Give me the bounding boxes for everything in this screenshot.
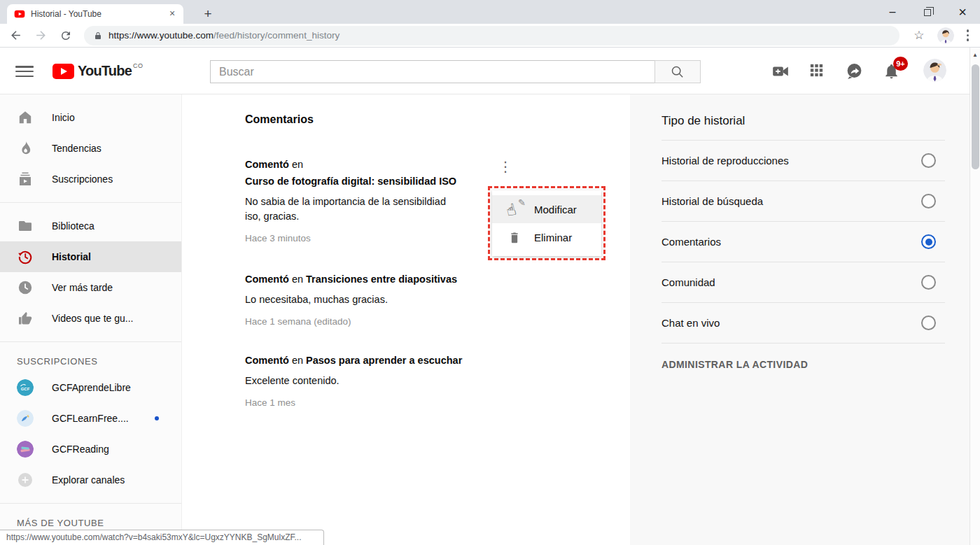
lock-icon — [94, 31, 102, 41]
comment-entry[interactable]: Comentó en Pasos para aprender a escucha… — [245, 352, 630, 410]
page-content: Inicio Tendencias Suscripciones Bibliote… — [0, 94, 980, 545]
annotation-red-dashed-box: ✎ ☝ Modificar Eliminar — [488, 186, 606, 260]
comment-timestamp: Hace 1 mes — [245, 396, 630, 410]
window-controls: – × — [875, 0, 980, 24]
sidebar-item-suscripciones[interactable]: Suscripciones — [0, 164, 181, 194]
page-scrollbar[interactable]: ▲ — [969, 48, 980, 545]
browser-tab[interactable]: Historial - YouTube × — [7, 4, 183, 24]
scroll-up-arrow-icon[interactable]: ▲ — [970, 48, 980, 58]
messages-icon[interactable] — [846, 62, 862, 79]
radio-unchecked[interactable] — [921, 316, 936, 330]
search-bar — [210, 60, 701, 83]
back-icon — [9, 29, 22, 42]
minimize-button[interactable]: – — [875, 0, 910, 24]
history-icon — [17, 248, 34, 265]
comment-text: No sabia de la importancia de la sensibi… — [245, 194, 463, 224]
sidebar-channel-gcfaprendelibre[interactable]: GCF GCFAprendeLibre — [0, 372, 181, 403]
comment-action: Comentó — [245, 159, 289, 170]
comment-entry[interactable]: Comentó en Transiciones entre diapositiv… — [245, 271, 630, 329]
youtube-favicon-icon — [14, 8, 25, 20]
sidebar-item-videos-que-te-gustaron[interactable]: Videos que te gu... — [0, 303, 181, 334]
sidebar: Inicio Tendencias Suscripciones Bibliote… — [0, 94, 182, 545]
account-avatar[interactable] — [923, 59, 946, 82]
subscriptions-icon — [17, 171, 34, 187]
channel-avatar — [17, 441, 34, 458]
radio-checked[interactable] — [921, 234, 936, 249]
browser-window: Historial - YouTube × + – × https://www.… — [0, 0, 980, 545]
guide-menu-icon[interactable] — [15, 66, 34, 77]
option-comentarios[interactable]: Comentarios — [662, 221, 945, 262]
menu-item-eliminar[interactable]: Eliminar — [492, 223, 601, 251]
comment-text: Excelente contenido. — [245, 374, 463, 388]
option-historial-de-reproducciones[interactable]: Historial de reproducciones — [662, 140, 945, 181]
radio-unchecked[interactable] — [921, 153, 936, 168]
url-path: /feed/history/comment_history — [214, 30, 340, 41]
sidebar-item-tendencias[interactable]: Tendencias — [0, 133, 181, 164]
back-button[interactable] — [6, 26, 25, 45]
masthead-actions: 9+ — [751, 59, 946, 82]
library-folder-icon — [17, 218, 34, 234]
refresh-button[interactable] — [56, 26, 76, 45]
tab-close-icon[interactable]: × — [167, 8, 178, 20]
url-origin: https://www.youtube.com — [108, 30, 214, 41]
comment-action: Comentó — [245, 274, 289, 285]
chrome-profile-avatar[interactable] — [937, 27, 954, 44]
sidebar-item-biblioteca[interactable]: Biblioteca — [0, 211, 181, 241]
notifications-bell-icon[interactable]: 9+ — [883, 62, 899, 79]
address-bar[interactable]: https://www.youtube.com/feed/history/com… — [84, 26, 899, 45]
comment-timestamp: Hace 1 semana (editado) — [245, 315, 630, 329]
subscriptions-header: SUSCRIPCIONES — [0, 350, 181, 372]
restore-button[interactable] — [910, 0, 945, 24]
youtube-masthead: YouTube CO 9+ — [0, 48, 980, 94]
sidebar-item-explorar-canales[interactable]: Explorar canales — [0, 465, 181, 495]
sidebar-channel-gcflearnfree[interactable]: GCFLearnFree.... — [0, 403, 181, 434]
comment-options-kebab-icon[interactable]: ⋮ — [498, 164, 512, 185]
status-link-preview: https://www.youtube.com/watch?v=b4saki53… — [0, 530, 324, 545]
home-icon — [17, 109, 34, 126]
comment-connector: en — [292, 274, 303, 285]
sidebar-divider — [0, 503, 181, 504]
comment-video-title[interactable]: Transiciones entre diapositivas — [306, 274, 457, 285]
menu-item-modificar[interactable]: ✎ ☝ Modificar — [492, 195, 601, 223]
option-chat-en-vivo[interactable]: Chat en vivo — [662, 302, 945, 343]
youtube-wordmark: YouTube — [78, 63, 132, 79]
sidebar-item-historial[interactable]: Historial — [0, 241, 181, 272]
comment-action: Comentó — [245, 355, 289, 366]
country-code: CO — [133, 62, 144, 69]
comment-connector: en — [292, 355, 303, 366]
channel-avatar: GCF — [17, 379, 34, 396]
radio-unchecked[interactable] — [921, 194, 936, 208]
sidebar-channel-gcfreading[interactable]: GCFReading — [0, 434, 181, 465]
apps-grid-icon[interactable] — [808, 62, 825, 79]
youtube-play-icon — [52, 64, 74, 79]
hand-cursor-icon: ☝ — [504, 200, 518, 220]
panel-title: Tipo de historial — [662, 113, 945, 129]
comment-video-title[interactable]: Pasos para aprender a escuchar — [306, 355, 462, 366]
sidebar-item-inicio[interactable]: Inicio — [0, 102, 181, 133]
close-button[interactable]: × — [945, 0, 980, 24]
comment-context-menu: ✎ ☝ Modificar Eliminar — [492, 190, 601, 256]
create-video-icon[interactable] — [771, 62, 788, 79]
new-tab-button[interactable]: + — [199, 6, 217, 22]
new-content-dot — [155, 416, 159, 420]
option-comunidad[interactable]: Comunidad — [662, 262, 945, 302]
radio-unchecked[interactable] — [921, 275, 936, 290]
search-button[interactable] — [654, 60, 701, 83]
feed-heading: Comentarios — [245, 113, 630, 127]
option-historial-de-busqueda[interactable]: Historial de búsqueda — [662, 181, 945, 221]
scrollbar-thumb[interactable] — [972, 64, 979, 169]
search-input[interactable] — [210, 60, 654, 83]
svg-text:GCF: GCF — [21, 387, 30, 391]
browser-toolbar: https://www.youtube.com/feed/history/com… — [0, 24, 980, 48]
edit-pencil-icon: ✎ ☝ — [506, 199, 524, 219]
bookmark-star-icon[interactable]: ☆ — [913, 28, 924, 43]
thumbs-up-icon — [17, 310, 34, 327]
manage-activity-link[interactable]: ADMINISTRAR LA ACTIVIDAD — [662, 343, 945, 370]
sidebar-item-ver-mas-tarde[interactable]: Ver más tarde — [0, 272, 181, 303]
sidebar-divider — [0, 202, 181, 203]
chrome-menu-icon[interactable] — [960, 25, 976, 45]
youtube-logo[interactable]: YouTube CO — [52, 63, 143, 79]
tab-title: Historial - YouTube — [31, 9, 167, 19]
forward-button[interactable] — [31, 26, 50, 45]
search-icon — [670, 64, 685, 80]
